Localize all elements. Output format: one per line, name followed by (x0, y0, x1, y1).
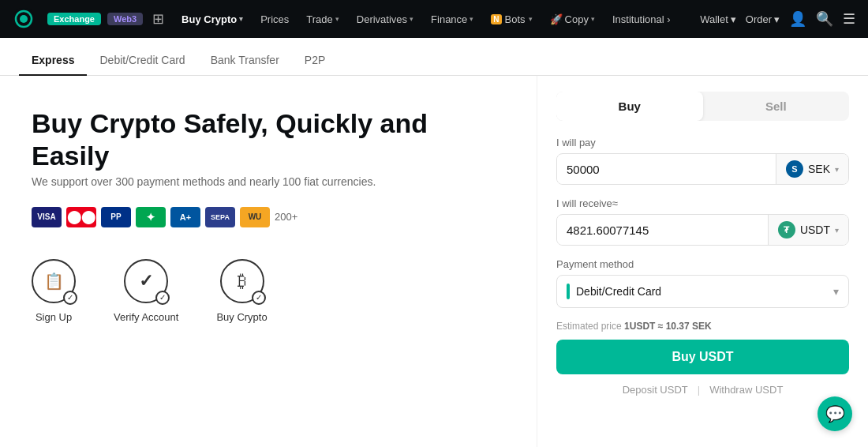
payment-method-select[interactable]: Debit/Credit Card ▾ (556, 275, 849, 308)
sell-tab[interactable]: Sell (703, 92, 850, 121)
payment-arch-icon: A+ (170, 207, 200, 227)
grid-icon[interactable]: ⊞ (152, 10, 164, 28)
hero-title: Buy Crypto Safely, Quickly and Easily (32, 107, 505, 172)
navbar: Exchange Web3 ⊞ Buy Crypto ▾ Prices Trad… (0, 0, 868, 38)
verify-label: Verify Account (114, 311, 178, 323)
pay-group: I will pay S SEK ▾ (556, 137, 849, 185)
tab-bank-transfer[interactable]: Bank Transfer (198, 44, 292, 76)
sepa-icon: SEPA (205, 207, 235, 227)
pay-amount-input[interactable] (557, 155, 776, 184)
left-panel: Buy Crypto Safely, Quickly and Easily We… (0, 76, 537, 447)
chat-bubble[interactable]: 💬 (817, 396, 852, 431)
exchange-badge[interactable]: Exchange (47, 13, 101, 25)
user-icon[interactable]: 👤 (789, 10, 806, 28)
signup-badge: ✓ (63, 291, 77, 305)
nav-finance[interactable]: Finance ▾ (423, 10, 481, 28)
buy-crypto-icon: ₿ ✓ (220, 259, 264, 303)
buy-tab[interactable]: Buy (556, 92, 703, 121)
usdt-icon: ₮ (778, 221, 795, 239)
right-panel: Buy Sell I will pay S SEK ▾ I will recei… (537, 76, 868, 447)
payment-icons: VISA ⬤⬤ PP ✦ A+ SEPA WU 200+ (32, 207, 505, 227)
nav-bots[interactable]: N Bots ▾ (483, 10, 540, 28)
pay-currency-caret: ▾ (835, 165, 839, 174)
receive-amount-input[interactable] (557, 216, 768, 245)
sek-flag: S (786, 160, 803, 178)
signup-label: Sign Up (36, 311, 72, 323)
visa-icon: VISA (32, 207, 62, 227)
signup-icon: 📋 ✓ (32, 259, 76, 303)
receive-currency-caret: ▾ (835, 226, 839, 235)
nav-prices[interactable]: Prices (253, 10, 297, 28)
hero-subtitle: We support over 300 payment methods and … (32, 175, 505, 188)
search-icon[interactable]: 🔍 (816, 10, 833, 28)
estimated-label: Estimated price (556, 321, 622, 332)
payment-method-group: Payment method Debit/Credit Card ▾ (556, 258, 849, 308)
buy-sell-tabs: Buy Sell (556, 92, 849, 121)
step-buy-crypto: ₿ ✓ Buy Crypto (216, 259, 267, 323)
tab-express[interactable]: Express (19, 44, 87, 76)
wu-icon: WU (240, 207, 270, 227)
menu-icon[interactable]: ☰ (843, 10, 855, 28)
nav-buy-crypto[interactable]: Buy Crypto ▾ (174, 10, 251, 28)
receive-currency-select[interactable]: ₮ USDT ▾ (768, 215, 848, 245)
payment-method-value: Debit/Credit Card (576, 285, 661, 298)
nav-derivatives[interactable]: Derivatives ▾ (349, 10, 421, 28)
deposit-withdraw-links: Deposit USDT | Withdraw USDT (556, 384, 849, 396)
main-content: Buy Crypto Safely, Quickly and Easily We… (0, 76, 868, 447)
pay-currency-select[interactable]: S SEK ▾ (776, 154, 848, 184)
receive-group: I will receive≈ ₮ USDT ▾ (556, 197, 849, 246)
mastercard-icon: ⬤⬤ (66, 207, 96, 227)
payment-method-left: Debit/Credit Card (567, 284, 661, 299)
pay-input-row: S SEK ▾ (556, 153, 849, 185)
nav-trade[interactable]: Trade ▾ (298, 10, 346, 28)
tab-p2p[interactable]: P2P (292, 44, 338, 76)
estimated-value: 1USDT ≈ 10.37 SEK (624, 321, 712, 332)
payment-method-label: Payment method (556, 258, 849, 270)
nav-institutional[interactable]: Institutional › (604, 10, 679, 28)
receive-currency-label: USDT (800, 223, 830, 236)
step-verify: ✓ ✓ Verify Account (114, 259, 178, 323)
nav-right: Wallet ▾ Order ▾ 👤 🔍 ☰ (700, 10, 855, 28)
deposit-link[interactable]: Deposit USDT (613, 384, 698, 396)
nav-wallet[interactable]: Wallet ▾ (700, 13, 736, 25)
pay-currency-label: SEK (808, 163, 830, 175)
buy-crypto-badge: ✓ (252, 291, 266, 305)
buy-crypto-label: Buy Crypto (216, 311, 267, 323)
nav-links: Buy Crypto ▾ Prices Trade ▾ Derivatives … (174, 10, 694, 28)
web3-badge[interactable]: Web3 (107, 13, 143, 25)
paypal-icon: PP (101, 207, 131, 227)
buy-usdt-button[interactable]: Buy USDT (556, 340, 849, 374)
pay-label: I will pay (556, 137, 849, 148)
verify-badge: ✓ (155, 291, 170, 305)
payment-stripe (567, 284, 570, 299)
payment-method-caret: ▾ (833, 285, 839, 298)
withdraw-link[interactable]: Withdraw USDT (700, 384, 792, 396)
receive-input-row: ₮ USDT ▾ (556, 214, 849, 246)
tab-debit-credit[interactable]: Debit/Credit Card (87, 44, 197, 76)
nav-order[interactable]: Order ▾ (746, 13, 780, 25)
receive-label: I will receive≈ (556, 197, 849, 209)
logo[interactable] (13, 8, 35, 30)
chat-icon: 💬 (825, 404, 845, 423)
step-signup: 📋 ✓ Sign Up (32, 259, 76, 323)
tabs-bar: Express Debit/Credit Card Bank Transfer … (0, 38, 868, 76)
steps-container: 📋 ✓ Sign Up ✓ ✓ Verify Account ₿ ✓ Buy (32, 259, 505, 323)
svg-point-2 (20, 15, 28, 23)
verify-icon: ✓ ✓ (124, 259, 168, 303)
payment-green-icon: ✦ (136, 207, 166, 227)
nav-copy[interactable]: 🚀 Copy ▾ (542, 10, 603, 28)
more-payment-methods: 200+ (275, 211, 297, 223)
estimated-price: Estimated price 1USDT ≈ 10.37 SEK (556, 321, 849, 332)
